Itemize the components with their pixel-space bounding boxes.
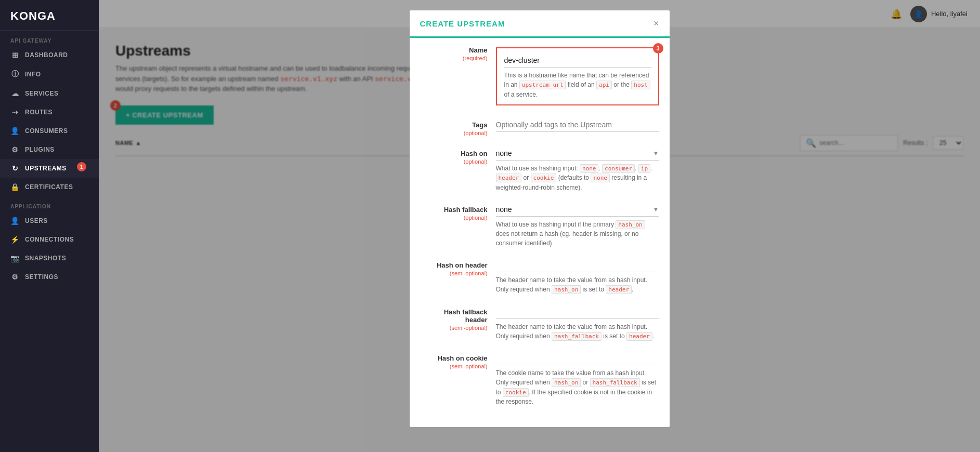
tags-sublabel: (optional) — [420, 130, 488, 136]
form-label-col-hash-on: Hash on (optional) — [420, 147, 488, 165]
name-input[interactable] — [504, 54, 651, 68]
form-row-tags: Tags (optional) — [420, 118, 659, 136]
hash-fallback-hint: What to use as hashing input if the prim… — [496, 220, 659, 248]
sidebar-item-label: SERVICES — [25, 90, 58, 97]
name-hint: This is a hostname like name that can be… — [504, 71, 651, 99]
hash-fallback-header-label: Hash fallback header — [420, 308, 488, 324]
certificates-icon: 🔒 — [10, 183, 20, 191]
hash-on-cookie-input[interactable] — [496, 351, 659, 365]
modal-close-button[interactable]: × — [654, 19, 659, 28]
hash-fallback-label: Hash fallback — [420, 206, 488, 214]
sidebar-item-label: CONNECTIONS — [25, 236, 74, 243]
sidebar-item-label: SNAPSHOTS — [25, 255, 66, 262]
form-field-col-hash-on: none consumer ip header cookie ▼ What to… — [496, 147, 659, 192]
form-row-hash-fallback: Hash fallback (optional) none consumer i… — [420, 203, 659, 248]
tags-label: Tags — [420, 121, 488, 129]
sidebar-item-services[interactable]: ☁ SERVICES — [0, 84, 99, 103]
create-upstream-modal: CREATE UPSTREAM × Name (required) 3 — [410, 10, 670, 427]
modal-header: CREATE UPSTREAM × — [410, 10, 670, 38]
form-field-col-hash-on-cookie: The cookie name to take the value from a… — [496, 351, 659, 406]
sidebar-item-settings[interactable]: ⚙ SETTINGS — [0, 268, 99, 286]
sidebar-item-label: PLUGINS — [25, 146, 55, 153]
hash-on-select-wrap: none consumer ip header cookie ▼ — [496, 147, 659, 161]
main-area: 🔔 👤 Hello, liyafei Upstreams The upstrea… — [99, 0, 980, 452]
hash-on-label: Hash on — [420, 150, 488, 157]
dashboard-icon: ⊞ — [10, 51, 20, 59]
sidebar-item-consumers[interactable]: 👤 CONSUMERS — [0, 122, 99, 140]
form-label-col-hash-fallback: Hash fallback (optional) — [420, 203, 488, 221]
consumers-icon: 👤 — [10, 127, 20, 135]
form-label-col-hash-fallback-header: Hash fallback header (semi-optional) — [420, 305, 488, 331]
sidebar-item-upstreams[interactable]: ↻ UPSTREAMS 1 — [0, 159, 99, 178]
hash-fallback-select-wrap: none consumer ip header cookie ▼ — [496, 203, 659, 217]
snapshots-icon: 📷 — [10, 254, 20, 262]
form-row-hash-on: Hash on (optional) none consumer ip head… — [420, 147, 659, 192]
sidebar-item-label: INFO — [25, 71, 41, 78]
hash-fallback-header-hint: The header name to take the value from a… — [496, 322, 659, 341]
hash-on-header-sublabel: (semi-optional) — [420, 270, 488, 276]
routes-icon: ⇢ — [10, 108, 20, 116]
tags-input[interactable] — [496, 118, 659, 132]
form-label-col-hash-on-cookie: Hash on cookie (semi-optional) — [420, 351, 488, 369]
form-field-col-hash-fallback: none consumer ip header cookie ▼ What to… — [496, 203, 659, 248]
sidebar-item-connections[interactable]: ⚡ CONNECTIONS — [0, 230, 99, 249]
users-icon: 👤 — [10, 217, 20, 225]
hash-fallback-header-sublabel: (semi-optional) — [420, 325, 488, 331]
form-row-name: Name (required) 3 This is a hostname lik… — [420, 43, 659, 108]
plugins-icon: ⚙ — [10, 145, 20, 154]
form-field-col-hash-on-header: The header name to take the value from a… — [496, 258, 659, 295]
sidebar-item-routes[interactable]: ⇢ ROUTES — [0, 103, 99, 122]
sidebar-item-label: CERTIFICATES — [25, 183, 73, 191]
hash-fallback-header-input[interactable] — [496, 305, 659, 319]
form-field-col-name: 3 This is a hostname like name that can … — [496, 43, 659, 108]
sidebar-item-certificates[interactable]: 🔒 CERTIFICATES — [0, 178, 99, 196]
info-icon: ⓘ — [10, 70, 20, 79]
hash-on-cookie-label: Hash on cookie — [420, 354, 488, 362]
name-field-badge: 3 — [653, 43, 663, 54]
hash-fallback-select[interactable]: none consumer ip header cookie — [496, 203, 659, 217]
form-row-hash-on-cookie: Hash on cookie (semi-optional) The cooki… — [420, 351, 659, 406]
sidebar: KONGA API GATEWAY ⊞ DASHBOARD ⓘ INFO ☁ S… — [0, 0, 99, 452]
form-row-hash-on-header: Hash on header (semi-optional) The heade… — [420, 258, 659, 295]
name-sublabel: (required) — [420, 55, 488, 61]
form-field-col-hash-fallback-header: The header name to take the value from a… — [496, 305, 659, 341]
form-label-col-tags: Tags (optional) — [420, 118, 488, 136]
sidebar-item-label: UPSTREAMS — [25, 165, 67, 172]
hash-on-hint: What to use as hashing input: none. cons… — [496, 164, 659, 192]
sidebar-item-info[interactable]: ⓘ INFO — [0, 64, 99, 84]
sidebar-item-dashboard[interactable]: ⊞ DASHBOARD — [0, 46, 99, 64]
form-field-col-tags — [496, 118, 659, 132]
form-label-col-hash-on-header: Hash on header (semi-optional) — [420, 258, 488, 276]
name-label: Name — [420, 46, 488, 54]
sidebar-item-snapshots[interactable]: 📷 SNAPSHOTS — [0, 249, 99, 268]
sidebar-item-label: SETTINGS — [25, 273, 58, 281]
name-field-box: 3 This is a hostname like name that can … — [496, 47, 659, 105]
connections-icon: ⚡ — [10, 235, 20, 244]
hash-on-cookie-sublabel: (semi-optional) — [420, 363, 488, 369]
sidebar-item-plugins[interactable]: ⚙ PLUGINS — [0, 140, 99, 159]
sidebar-item-label: DASHBOARD — [25, 51, 68, 59]
hash-on-header-input[interactable] — [496, 258, 659, 272]
cloud-icon: ☁ — [10, 89, 20, 98]
hash-on-header-hint: The header name to take the value from a… — [496, 275, 659, 295]
hash-on-select[interactable]: none consumer ip header cookie — [496, 147, 659, 161]
modal-backdrop: CREATE UPSTREAM × Name (required) 3 — [99, 0, 980, 452]
sidebar-item-label: CONSUMERS — [25, 127, 68, 135]
sidebar-section-api-gateway: API GATEWAY — [0, 31, 99, 46]
modal-body: Name (required) 3 This is a hostname lik… — [410, 38, 670, 427]
modal-title: CREATE UPSTREAM — [420, 19, 505, 28]
settings-icon: ⚙ — [10, 273, 20, 281]
sidebar-item-label: USERS — [25, 217, 48, 224]
sidebar-item-label: ROUTES — [25, 109, 53, 116]
hash-fallback-sublabel: (optional) — [420, 215, 488, 221]
hash-on-cookie-hint: The cookie name to take the value from a… — [496, 368, 659, 406]
upstreams-badge: 1 — [77, 162, 86, 171]
hash-on-header-label: Hash on header — [420, 261, 488, 269]
app-logo: KONGA — [0, 0, 99, 31]
form-label-col-name: Name (required) — [420, 43, 488, 61]
hash-on-sublabel: (optional) — [420, 158, 488, 165]
sidebar-section-application: APPLICATION — [0, 196, 99, 211]
form-row-hash-fallback-header: Hash fallback header (semi-optional) The… — [420, 305, 659, 341]
sidebar-item-users[interactable]: 👤 USERS — [0, 211, 99, 230]
upstreams-icon: ↻ — [10, 164, 20, 172]
